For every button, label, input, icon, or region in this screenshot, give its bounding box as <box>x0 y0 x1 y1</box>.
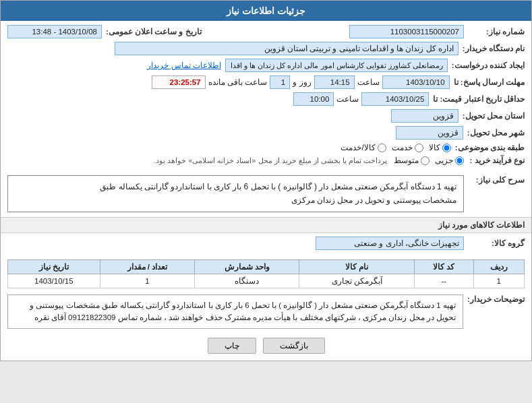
tabaqe-radio-group: کالا خدمت کالا/خدمت <box>341 143 450 152</box>
shomareNiaz-value: 1103003115000207 <box>349 25 464 38</box>
main-container: جزئیات اطلاعات نیاز شماره نیاز: 11030031… <box>0 0 532 361</box>
mohlat-saat-value: 14:15 <box>314 75 355 89</box>
cell-tedad: 1 <box>100 274 195 288</box>
sarhKoli-value: تهیه 1 دستگاه آبگرمکن صنعتی مشعل دار ( گ… <box>7 175 464 212</box>
kala-table: ردیف کد کالا نام کالا واحد شمارش تعداد /… <box>7 259 525 288</box>
shomareNiaz-label: شماره نیاز: <box>464 27 525 36</box>
form-section: شماره نیاز: 1103003115000207 تاریخ و ساع… <box>1 21 531 173</box>
cell-kod-kala: -- <box>415 274 473 288</box>
tabaqe-khadamat-item: خدمت <box>392 143 423 152</box>
toozihat-text: تهیه 1 دستگاه آبگرمکن صنعتی مشعل دار ( گ… <box>30 301 456 321</box>
shahr-label: شهر محل تحویل: <box>463 128 525 137</box>
toozihat-box: تهیه 1 دستگاه آبگرمکن صنعتی مشعل دار ( گ… <box>7 294 463 329</box>
namDastgah-value: اداره کل زندان ها و اقدامات تامینی و ترب… <box>115 42 459 55</box>
noeFarayand-jozi-item: جزیی <box>435 156 464 165</box>
tabaqe-label: طبقه بندی موضوعی: <box>451 143 525 152</box>
mohlat-saat-label: ساعت <box>357 78 380 87</box>
tarikh-label: تاریخ و ساعت اعلان عمومی: <box>102 27 202 36</box>
noeFarayand-motavate-radio[interactable] <box>421 156 430 165</box>
mohlat-baqi-value: 23:25:57 <box>152 75 206 89</box>
col-vahed: واحد شمارش <box>195 259 299 274</box>
row-ostan: استان محل تحویل: قزوین <box>7 109 525 123</box>
kala-table-container: ردیف کد کالا نام کالا واحد شمارش تعداد /… <box>1 257 531 291</box>
sarhKoli-text: تهیه 1 دستگاه آبگرمکن صنعتی مشعل دار ( گ… <box>100 182 456 205</box>
button-row: بازگشت چاپ <box>1 332 531 361</box>
tabaqe-kala-radio[interactable] <box>442 144 451 152</box>
row-groupKala: گروه کالا: تجهیزات خانگی، اداری و صنعتی <box>1 233 531 253</box>
page-header: جزئیات اطلاعات نیاز <box>1 1 531 21</box>
sarhKoli-label: سرح کلی نیاز: <box>464 175 525 185</box>
groupKala-label: گروه کالا: <box>464 239 525 248</box>
noeFarayand-label: نوع فرآیند خرید : <box>464 156 525 165</box>
noeFarayand-motavate-item: متوسط <box>394 156 430 165</box>
bazgasht-button[interactable]: بازگشت <box>263 338 325 354</box>
tabaqe-kala-item: کالا <box>429 143 451 152</box>
cell-vahed: دستگاه <box>195 274 299 288</box>
page-title: جزئیات اطلاعات نیاز <box>227 5 305 16</box>
tarikh-value: 1403/10/08 - 13:48 <box>7 25 102 38</box>
table-header-row: ردیف کد کالا نام کالا واحد شمارش تعداد /… <box>8 259 525 274</box>
tabaqe-kala-khadamat-item: کالا/خدمت <box>341 143 386 152</box>
noeFarayand-motavate-label: متوسط <box>394 156 419 165</box>
row-noeFarayand: نوع فرآیند خرید : جزیی متوسط پرداخت تمام… <box>7 156 525 165</box>
tabaqe-kala-khadamat-label: کالا/خدمت <box>341 143 375 152</box>
toozihat-row: توضیحات خریدار: تهیه 1 دستگاه آبگرمکن صن… <box>1 291 531 332</box>
row-hadaksar: حداقل تاریخ اعتبار قیمت: تا 1403/10/25 س… <box>7 92 525 106</box>
cell-tarikh: 1403/10/15 <box>8 274 100 288</box>
mohlat-label: مهلت ارسال پاسخ: تا <box>450 78 525 87</box>
noeFarayand-note: پرداخت تمام یا بخشی از مبلغ خرید از محل … <box>154 156 387 165</box>
tabaqe-kala-khadamat-radio[interactable] <box>378 144 386 152</box>
ijad-value: رمضانعلی کشاورز تفوایی کارشناس امور مالی… <box>225 59 448 72</box>
hadaksar-label: حداقل تاریخ اعتبار قیمت: تا <box>429 94 525 104</box>
noeFarayand-jozi-radio[interactable] <box>455 156 464 165</box>
ostan-value: قزوین <box>391 109 459 123</box>
row-shomareNiaz: شماره نیاز: 1103003115000207 تاریخ و ساع… <box>7 25 525 38</box>
row-namDastgah: نام دستگاه خریدار: اداره کل زندان ها و ا… <box>7 42 525 55</box>
ostan-label: استان محل تحویل: <box>459 111 525 121</box>
toozihat-label: توضیحات خریدار: <box>463 294 525 304</box>
ijad-label: ایجاد کننده درخواست: <box>448 61 525 70</box>
row-shahr: شهر محل تحویل: قزوین <box>7 126 525 140</box>
row-ijad: ایجاد کننده درخواست: رمضانعلی کشاورز تفو… <box>7 59 525 72</box>
col-tarikh: تاریخ نیاز <box>8 259 100 274</box>
noeFarayand-jozi-label: جزیی <box>435 156 453 165</box>
row-tabaqe: طبقه بندی موضوعی: کالا خدمت کالا/خدمت <box>7 143 525 152</box>
hadaksar-saat-label: ساعت <box>336 94 359 104</box>
ettelaatTamas-link[interactable]: اطلاعات تماس خریدار <box>147 61 220 70</box>
tabaqe-kala-label: کالا <box>429 143 440 152</box>
col-radif: ردیف <box>473 259 524 274</box>
mohlat-date: 1403/10/10 <box>382 75 450 89</box>
noeFarayand-radio-group: جزیی متوسط <box>394 156 464 165</box>
hadaksar-date: 1403/10/25 <box>361 92 429 106</box>
namDastgah-label: نام دستگاه خریدار: <box>459 44 525 53</box>
cell-name-kala: آبگرمکن تجاری <box>299 274 415 288</box>
row-mohlat: مهلت ارسال پاسخ: تا 1403/10/10 ساعت 14:1… <box>7 75 525 89</box>
row-sarhKoli: سرح کلی نیاز: تهیه 1 دستگاه آبگرمکن صنعت… <box>1 173 531 214</box>
tabaqe-khadamat-radio[interactable] <box>415 144 423 152</box>
mohlat-roz-label: روز و <box>293 78 311 87</box>
tabaqe-khadamat-label: خدمت <box>392 143 413 152</box>
cell-radif: 1 <box>473 274 524 288</box>
shahr-value: قزوین <box>396 126 463 140</box>
hadaksar-saat-value: 10:00 <box>293 92 334 106</box>
etelaat-kala-title: اطلاعات کالاهای مورد نیاز <box>1 217 531 233</box>
mohlat-roz-value: 1 <box>270 75 290 89</box>
chap-button[interactable]: چاپ <box>208 338 256 354</box>
col-kod-kala: کد کالا <box>415 259 473 274</box>
table-row: 1 -- آبگرمکن تجاری دستگاه 1 1403/10/15 <box>8 274 525 288</box>
col-name-kala: نام کالا <box>299 259 415 274</box>
mohlat-baqi-label: ساعت باقی مانده <box>208 78 268 87</box>
col-tedad: تعداد / مقدار <box>100 259 195 274</box>
groupKala-value: تجهیزات خانگی، اداری و صنعتی <box>316 237 464 250</box>
